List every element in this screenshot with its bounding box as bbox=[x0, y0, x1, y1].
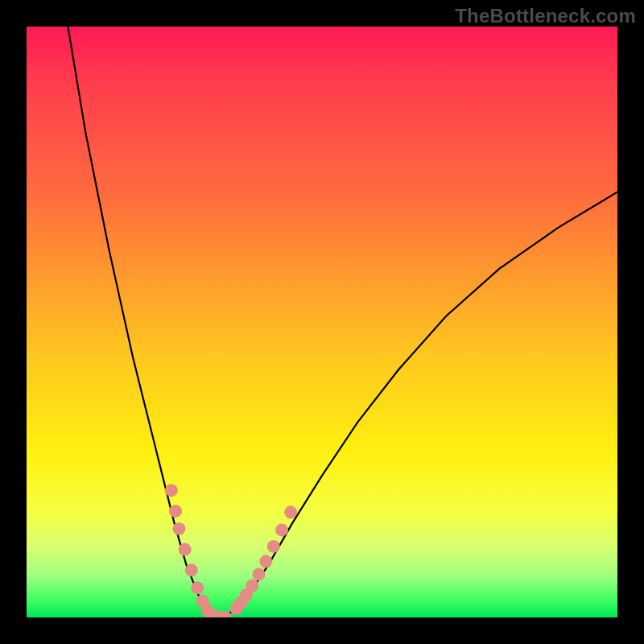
data-point bbox=[201, 604, 214, 617]
data-points bbox=[165, 484, 297, 617]
chart-svg bbox=[27, 27, 617, 617]
data-point bbox=[206, 609, 219, 617]
chart-frame: TheBottleneck.com bbox=[0, 0, 644, 644]
data-point bbox=[165, 484, 178, 497]
data-point bbox=[185, 564, 198, 576]
data-point bbox=[172, 522, 185, 535]
data-point bbox=[214, 611, 227, 617]
data-point bbox=[267, 540, 280, 553]
watermark-text: TheBottleneck.com bbox=[455, 5, 636, 27]
data-point bbox=[209, 611, 222, 617]
data-point bbox=[230, 602, 243, 615]
data-point bbox=[219, 611, 232, 617]
data-point bbox=[275, 523, 288, 536]
data-point bbox=[191, 581, 204, 594]
data-point bbox=[246, 579, 258, 592]
data-point bbox=[196, 594, 209, 607]
bottleneck-curve bbox=[68, 27, 617, 617]
plot-area bbox=[27, 27, 617, 617]
data-point bbox=[240, 588, 253, 601]
data-point bbox=[234, 597, 247, 609]
data-point bbox=[259, 555, 272, 568]
data-point bbox=[179, 543, 192, 556]
data-point bbox=[169, 505, 182, 518]
data-point bbox=[253, 568, 266, 580]
data-point bbox=[284, 506, 297, 518]
